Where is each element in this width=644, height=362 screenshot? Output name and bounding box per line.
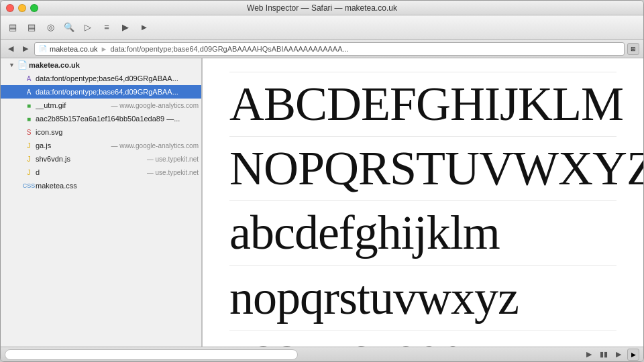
preview-panel: ABCDEFGHIJKLM NOPQRSTUVWXYZ abcdefghijkl… — [202, 58, 643, 347]
item-label-maketea: maketea.css — [36, 182, 199, 190]
js-icon3: J — [24, 168, 34, 177]
item-label-font2: data:font/opentype;base64,d09GRgABAA... — [36, 88, 199, 96]
item-label-d: d — [36, 168, 145, 176]
sidebar-item-maketea[interactable]: CSS maketea.css — [1, 179, 201, 192]
tree-expand-arrow: ▼ — [9, 62, 15, 68]
url-expand-button[interactable]: ⊞ — [627, 43, 639, 55]
item-label-aac: aac2b85b157ea6a1ef164bb50a1eda89 —... — [36, 115, 199, 123]
sidebar-item-font1[interactable]: A data:font/opentype;base64,d09GRgABAA..… — [1, 72, 201, 85]
resources-button[interactable]: ▤ — [5, 19, 21, 36]
item-label-ga: ga.js — [36, 141, 109, 149]
statusbar-expand-button[interactable]: ▶ — [627, 349, 639, 361]
sidebar: ▼ 📄 maketea.co.uk A data:font/opentype;b… — [1, 58, 202, 347]
toolbar: ▤ ▤ ◎ 🔍 ▷ ≡ ▶ ► — [1, 15, 643, 40]
font-text-lower1: abcdefghijklm — [229, 206, 500, 259]
storage-button[interactable]: ▶ — [117, 19, 133, 36]
timeline-button[interactable]: ◎ — [42, 19, 58, 36]
console-button[interactable]: ► — [136, 19, 152, 36]
maximize-button[interactable] — [30, 4, 38, 12]
item-secondary-ga: — www.google-analytics.com — [111, 142, 199, 149]
sidebar-item-icon[interactable]: S icon.svg — [1, 125, 201, 139]
item-label-utm: __utm.gif — [36, 101, 109, 109]
back-button[interactable]: ◀ — [5, 43, 17, 55]
traffic-lights — [6, 4, 38, 12]
font-preview: ABCDEFGHIJKLM NOPQRSTUVWXYZ abcdefghijkl… — [203, 58, 643, 347]
sidebar-item-ga[interactable]: J ga.js — www.google-analytics.com — [1, 139, 201, 152]
font-row-lower2: nopqrstuvwxyz — [229, 266, 616, 330]
window-title: Web Inspector — Safari — maketea.co.uk — [247, 3, 397, 13]
titlebar: Web Inspector — Safari — maketea.co.uk — [1, 1, 643, 15]
status-search-input[interactable] — [5, 349, 298, 360]
font-row-upper1: ABCDEFGHIJKLM — [229, 72, 616, 137]
url-separator-arrow: ► — [101, 45, 108, 53]
status-controls: ▶ ▮▮ ▶ — [584, 350, 623, 359]
item-label-shv6vdn: shv6vdn.js — [36, 155, 145, 163]
font-row-lower1: abcdefghijklm — [229, 201, 616, 265]
search-button[interactable]: 🔍 — [61, 19, 77, 36]
item-label-icon: icon.svg — [36, 128, 199, 136]
item-secondary-shv6vdn: — use.typekit.net — [147, 156, 199, 163]
item-label-font1: data:font/opentype;base64,d09GRgABAA... — [36, 74, 199, 82]
close-button[interactable] — [6, 4, 14, 12]
sidebar-item-utm[interactable]: ■ __utm.gif — www.google-analytics.com — [1, 99, 201, 112]
elements-button[interactable]: ≡ — [99, 19, 115, 36]
root-label: maketea.co.uk — [29, 61, 199, 69]
root-icon: 📄 — [17, 60, 27, 70]
js-icon2: J — [24, 154, 34, 164]
image-icon2: ■ — [24, 114, 34, 123]
site-icon: 📄 — [39, 45, 47, 52]
pause-button[interactable]: ▮▮ — [598, 350, 610, 359]
print-button[interactable]: ▤ — [23, 19, 40, 36]
sidebar-item-shv6vdn[interactable]: J shv6vdn.js — use.typekit.net — [1, 152, 201, 166]
sidebar-item-d[interactable]: J d — use.typekit.net — [1, 166, 201, 179]
css-icon: CSS — [24, 181, 34, 190]
web-inspector-window: Web Inspector — Safari — maketea.co.uk ▤… — [0, 0, 644, 362]
sidebar-item-aac[interactable]: ■ aac2b85b157ea6a1ef164bb50a1eda89 —... — [1, 112, 201, 125]
image-icon: ■ — [24, 101, 34, 110]
forward-button[interactable]: ▶ — [19, 43, 32, 55]
sidebar-item-font2[interactable]: A data:font/opentype;base64,d09GRgABAA..… — [1, 85, 201, 99]
step-button[interactable]: ▶ — [614, 350, 623, 359]
font-icon: A — [24, 74, 34, 83]
item-secondary-utm: — www.google-analytics.com — [111, 102, 199, 109]
js-icon1: J — [24, 141, 34, 150]
font-text-upper2: NOPQRSTUVWXYZ — [229, 141, 643, 195]
sidebar-root[interactable]: ▼ 📄 maketea.co.uk — [1, 58, 201, 72]
font-row-upper2: NOPQRSTUVWXYZ — [229, 137, 616, 201]
font-text-upper1: ABCDEFGHIJKLM — [229, 77, 623, 131]
main-content: ▼ 📄 maketea.co.uk A data:font/opentype;b… — [1, 58, 643, 347]
resource-url: data:font/opentype;base64,d09GRgABAAAAHQ… — [110, 45, 348, 53]
minimize-button[interactable] — [18, 4, 26, 12]
addressbar: ◀ ▶ 📄 maketea.co.uk ► data:font/opentype… — [1, 40, 643, 58]
svg-icon: S — [24, 127, 34, 137]
expand-button[interactable]: ▶ — [584, 350, 594, 359]
issues-button[interactable]: ▷ — [80, 19, 96, 36]
statusbar: ▶ ▮▮ ▶ ▶ — [1, 347, 643, 361]
font-text-digits: 1234567890 — [229, 335, 464, 347]
url-bar[interactable]: 📄 maketea.co.uk ► data:font/opentype;bas… — [34, 42, 625, 56]
item-secondary-d: — use.typekit.net — [147, 169, 199, 176]
site-url: maketea.co.uk — [50, 45, 98, 53]
font-text-lower2: nopqrstuvwxyz — [229, 271, 519, 324]
font-row-digits: 1234567890 — [229, 330, 616, 347]
font-icon2: A — [24, 87, 34, 97]
